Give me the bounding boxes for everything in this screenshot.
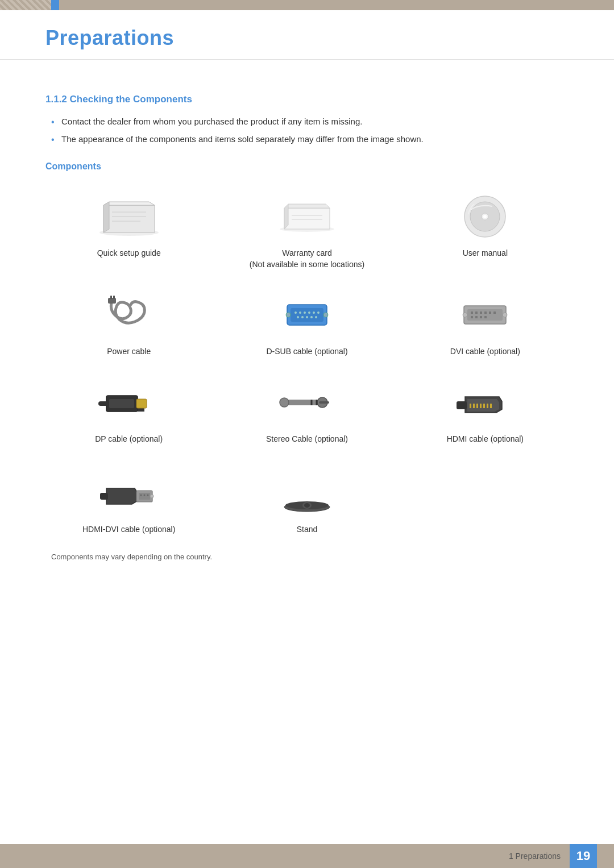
svg-rect-46 [484,316,487,318]
svg-rect-18 [110,296,112,299]
bullet-item-2: The appearance of the components and ite… [51,133,569,146]
hdmi-cable-label: HDMI cable (optional) [447,434,524,445]
svg-point-29 [301,316,304,318]
component-hdmi-cable: HDMI cable (optional) [402,371,569,453]
svg-point-27 [317,312,320,314]
top-bar-blue-accent [51,0,59,10]
svg-rect-43 [471,316,473,318]
svg-point-59 [280,398,289,407]
svg-point-25 [308,312,310,314]
svg-rect-63 [470,404,471,408]
power-cable-image [95,289,163,340]
component-hdmi-dvi-cable: HDMI-DVI cable (optional) [45,462,212,543]
svg-marker-3 [103,202,109,232]
section-heading: 1.1.2 Checking the Components [45,94,569,105]
svg-point-76 [150,495,154,498]
svg-rect-44 [475,316,478,318]
svg-marker-8 [284,208,330,229]
stand-label: Stand [297,524,318,535]
empty-cell [402,462,569,543]
svg-rect-41 [489,312,491,314]
svg-rect-65 [476,404,478,408]
svg-rect-36 [467,309,503,321]
bullet-list: Contact the dealer from whom you purchas… [45,115,569,146]
components-label: Components [45,161,569,172]
svg-rect-39 [480,312,482,314]
svg-rect-40 [484,312,487,314]
dvi-cable-label: DVI cable (optional) [450,346,520,358]
svg-rect-51 [109,399,134,408]
svg-rect-21 [291,308,323,322]
dvi-cable-image [451,289,519,340]
main-content: 1.1.2 Checking the Components Contact th… [0,60,614,618]
page-title: Preparations [45,26,569,50]
svg-rect-62 [457,401,467,409]
svg-point-34 [323,313,328,317]
svg-point-47 [463,313,467,317]
hdmi-dvi-cable-label: HDMI-DVI cable (optional) [82,524,175,535]
svg-marker-2 [103,202,155,205]
bullet-item-1: Contact the dealer from whom you purchas… [51,115,569,128]
components-grid: Quick setup guide Warranty card(Not avai… [45,185,569,452]
svg-marker-70 [106,488,138,504]
svg-marker-10 [284,204,288,229]
svg-marker-9 [284,204,330,208]
components-grid-row4: HDMI-DVI cable (optional) Stand [45,462,569,543]
component-warranty-card: Warranty card(Not available in some loca… [223,185,390,278]
d-sub-cable-label: D-SUB cable (optional) [266,346,347,358]
dp-cable-image [95,377,163,428]
user-manual-label: User manual [463,248,508,259]
svg-point-81 [304,503,310,508]
component-stand: Stand [223,462,390,543]
component-power-cable: Power cable [45,284,212,366]
svg-rect-42 [493,312,496,314]
component-dvi-cable: DVI cable (optional) [402,284,569,366]
power-cable-label: Power cable [107,346,151,358]
svg-point-75 [147,495,148,496]
svg-rect-68 [487,404,488,408]
d-sub-cable-image [273,289,341,340]
svg-point-33 [286,313,291,317]
svg-point-48 [503,313,507,317]
top-bar [0,0,614,10]
svg-rect-37 [471,312,473,314]
svg-point-30 [306,316,308,318]
svg-rect-52 [136,399,147,408]
stereo-cable-image [273,377,341,428]
svg-rect-69 [490,404,492,408]
svg-rect-66 [480,404,482,408]
svg-rect-17 [108,298,116,304]
svg-rect-77 [100,493,108,500]
svg-point-24 [304,312,306,314]
user-manual-image [451,191,519,242]
svg-rect-19 [113,296,115,299]
bottom-bar: 1 Preparations 19 [0,844,614,868]
component-user-manual: User manual [402,185,569,278]
svg-rect-72 [139,493,150,500]
svg-rect-64 [473,404,475,408]
svg-rect-67 [483,404,485,408]
dp-cable-label: DP cable (optional) [95,434,163,445]
svg-rect-38 [475,312,478,314]
svg-point-26 [313,312,315,314]
page-number: 19 [570,844,597,868]
svg-point-28 [297,316,299,318]
svg-rect-45 [480,316,482,318]
component-dp-cable: DP cable (optional) [45,371,212,453]
quick-setup-guide-image [95,191,163,242]
svg-point-73 [140,495,142,496]
component-d-sub-cable: D-SUB cable (optional) [223,284,390,366]
page-header: Preparations [0,10,614,60]
warranty-card-image [273,191,341,242]
quick-setup-guide-label: Quick setup guide [97,248,161,259]
stand-image [273,467,341,518]
svg-point-74 [143,495,145,496]
component-stereo-cable: Stereo Cable (optional) [223,371,390,453]
svg-point-31 [310,316,313,318]
svg-point-23 [299,312,301,314]
hdmi-dvi-cable-image [95,467,163,518]
footer-note: Components may vary depending on the cou… [45,553,569,561]
warranty-card-label: Warranty card(Not available in some loca… [250,248,364,270]
svg-point-22 [294,312,297,314]
svg-point-16 [483,215,487,218]
